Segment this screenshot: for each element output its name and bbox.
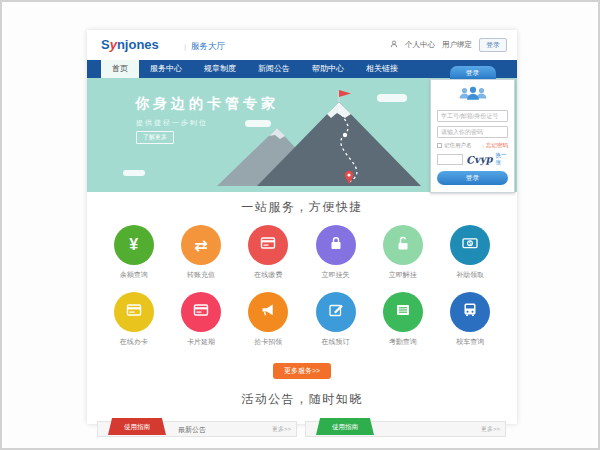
remember-checkbox[interactable] — [437, 143, 442, 148]
service-label: 余额查询 — [100, 270, 167, 280]
service-label: 校车查询 — [436, 337, 503, 347]
header-login-button[interactable]: 登录 — [479, 38, 507, 52]
hero-title: 你身边的卡管专家 — [135, 95, 279, 113]
service-button-5[interactable]: $ — [450, 225, 490, 265]
service-button-2[interactable] — [248, 225, 288, 265]
logo-suffix: njones — [117, 37, 159, 52]
logo-prefix: S — [101, 37, 110, 52]
service-label: 卡片延期 — [167, 337, 234, 347]
service-grid: ¥余额查询⇄转账充值在线缴费立即挂失立即解挂$补助领取在线办卡卡片延期拾卡招领在… — [100, 225, 504, 359]
service-item-5: $补助领取 — [436, 225, 503, 280]
service-label: 立即挂失 — [302, 270, 369, 280]
lock-icon — [327, 234, 345, 256]
webpage: Synjones |服务大厅 个人中心 用户绑定 登录 首页服务中心规章制度新闻… — [87, 30, 517, 424]
remember-label: 记住用户名 — [444, 142, 472, 149]
service-item-9: 在线预订 — [302, 292, 369, 347]
hero-subtitle: 提供捷径一步到位 — [136, 118, 208, 128]
unlock-icon — [394, 234, 412, 256]
service-item-7: 卡片延期 — [167, 292, 234, 347]
service-item-6: 在线办卡 — [100, 292, 167, 347]
service-button-4[interactable] — [383, 225, 423, 265]
site-header: Synjones |服务大厅 个人中心 用户绑定 登录 — [87, 30, 517, 60]
banknote-icon: $ — [461, 234, 479, 256]
more-services-button[interactable]: 更多服务>> — [273, 363, 331, 379]
megaphone-icon — [259, 301, 277, 323]
left-ribbon-tab[interactable]: 使用指南 — [108, 418, 166, 435]
services-title: 一站服务，方便快捷 — [87, 199, 517, 216]
nav-item-0[interactable]: 首页 — [101, 60, 139, 78]
captcha-input[interactable] — [437, 154, 463, 165]
service-button-7[interactable] — [181, 292, 221, 332]
hero-learn-more-button[interactable]: 了解更多 — [136, 131, 174, 144]
announcements-title: 活动公告，随时知晓 — [87, 391, 517, 408]
list-icon — [394, 301, 412, 323]
service-item-3: 立即挂失 — [302, 225, 369, 280]
service-item-10: 考勤查询 — [369, 292, 436, 347]
logo-divider: | — [184, 42, 186, 51]
nav-item-2[interactable]: 规章制度 — [193, 60, 247, 78]
service-button-0[interactable]: ¥ — [114, 225, 154, 265]
service-label: 转账充值 — [167, 270, 234, 280]
card-icon — [192, 301, 210, 323]
remember-row: 记住用户名 | 忘记密码 — [437, 142, 508, 149]
users-icon — [456, 85, 490, 106]
announcements-tabs: 使用指南 最新公告 更多>> 使用指南 更多>> — [87, 417, 517, 443]
latest-announcements-tab[interactable]: 最新公告 — [178, 422, 206, 437]
service-button-9[interactable] — [316, 292, 356, 332]
site-name-label: 服务大厅 — [191, 41, 225, 51]
service-item-1: ⇄转账充值 — [167, 225, 234, 280]
username-input[interactable] — [437, 110, 508, 122]
right-more-link[interactable]: 更多>> — [481, 422, 500, 437]
services-section: 一站服务，方便快捷 ¥余额查询⇄转账充值在线缴费立即挂失立即解挂$补助领取在线办… — [87, 192, 517, 379]
service-label: 在线缴费 — [235, 270, 302, 280]
announcements-section: 活动公告，随时知晓 使用指南 最新公告 更多>> 使用指南 更多>> — [87, 391, 517, 443]
nav-item-3[interactable]: 新闻公告 — [247, 60, 301, 78]
bus-icon — [461, 301, 479, 323]
service-label: 在线办卡 — [100, 337, 167, 347]
service-label: 在线预订 — [302, 337, 369, 347]
person-icon — [390, 40, 398, 50]
card-icon — [259, 234, 277, 256]
service-button-11[interactable] — [450, 292, 490, 332]
left-more-link[interactable]: 更多>> — [272, 422, 291, 437]
personal-center-link[interactable]: 个人中心 — [405, 40, 435, 50]
service-button-3[interactable] — [316, 225, 356, 265]
service-label: 考勤查询 — [369, 337, 436, 347]
captcha-refresh-link[interactable]: 换一张 — [496, 152, 508, 166]
announcements-left-panel: 使用指南 最新公告 更多>> — [97, 421, 297, 437]
login-tab[interactable]: 登录 — [450, 66, 496, 79]
announcements-right-panel: 使用指南 更多>> — [305, 421, 506, 437]
password-input[interactable] — [437, 126, 508, 138]
service-item-8: 拾卡招领 — [235, 292, 302, 347]
nav-item-1[interactable]: 服务中心 — [139, 60, 193, 78]
transfer-icon: ⇄ — [194, 236, 207, 255]
service-item-0: ¥余额查询 — [100, 225, 167, 280]
login-panel: 登录 记住用户名 | 忘记密码 — [430, 66, 515, 193]
header-right: 个人中心 用户绑定 登录 — [390, 38, 507, 52]
service-button-8[interactable] — [248, 292, 288, 332]
service-label: 拾卡招领 — [235, 337, 302, 347]
logo-accent: y — [110, 37, 117, 52]
remember-separator: | — [483, 143, 484, 149]
service-item-11: 校车查询 — [436, 292, 503, 347]
card-icon — [125, 301, 143, 323]
forgot-password-link[interactable]: 忘记密码 — [486, 142, 508, 149]
nav-item-4[interactable]: 帮助中心 — [301, 60, 355, 78]
captcha-row: Cvyp 换一张 — [437, 152, 508, 166]
right-ribbon-tab[interactable]: 使用指南 — [316, 418, 374, 435]
service-item-4: 立即解挂 — [369, 225, 436, 280]
cloud — [123, 170, 145, 176]
logo[interactable]: Synjones — [101, 37, 159, 52]
yen-icon: ¥ — [129, 236, 138, 254]
nav-item-5[interactable]: 相关链接 — [355, 60, 409, 78]
captcha-image[interactable]: Cvyp — [466, 153, 493, 165]
login-submit-button[interactable]: 登录 — [437, 171, 508, 185]
service-button-10[interactable] — [383, 292, 423, 332]
user-binding-link[interactable]: 用户绑定 — [442, 40, 472, 50]
service-item-2: 在线缴费 — [235, 225, 302, 280]
service-label: 补助领取 — [436, 270, 503, 280]
edit-icon — [327, 301, 345, 323]
service-button-6[interactable] — [114, 292, 154, 332]
login-form: 记住用户名 | 忘记密码 Cvyp 换一张 登录 — [430, 79, 515, 193]
service-button-1[interactable]: ⇄ — [181, 225, 221, 265]
